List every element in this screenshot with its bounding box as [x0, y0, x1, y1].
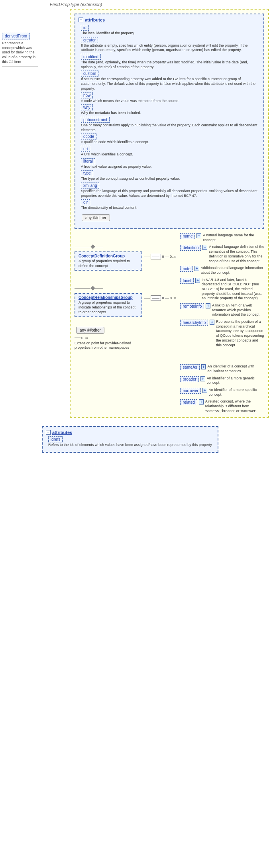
field-name-why: why [81, 104, 93, 110]
field-desc-creator: If the attribute is empty, specifies whi… [81, 43, 258, 53]
remoteinfo-plus-icon[interactable]: + [206, 303, 210, 308]
field-desc-id: The local identifier of the property. [81, 31, 258, 36]
field-desc-qcode: A qualified code which identifies a conc… [81, 140, 258, 145]
middle-section: ConceptDefinitionGroup A group of proper… [75, 233, 264, 413]
field-name-literal: literal [81, 158, 95, 164]
def-connector-row: —— 0..∞ [144, 254, 176, 259]
element-sameas-desc: An identifier of a concept with equivale… [207, 364, 264, 373]
line-right2 [95, 288, 103, 289]
expand-icon[interactable]: − [79, 18, 83, 22]
right-elements-col: name + A natural language name for the c… [180, 233, 264, 413]
concept-rel-group-box: ConceptRelationshipsGroup A group of pro… [75, 293, 142, 317]
def-line [144, 257, 150, 257]
field-name-uri: uri [81, 146, 90, 152]
diamond-connector2 [75, 287, 103, 290]
any-other-mult-label: 0..∞ [81, 336, 88, 340]
concept-def-group-row: ConceptDefinitionGroup A group of proper… [75, 251, 176, 271]
field-creator: creator If the attribute is empty, speci… [81, 37, 258, 53]
element-narrower-desc: An identifier of a more specific concept… [209, 388, 264, 397]
field-qcode: qcode A qualified code which identifies … [81, 134, 258, 145]
field-name-custom: custom [81, 71, 98, 77]
concept-rel-group-label: ConceptRelationshipsGroup [79, 295, 138, 300]
element-hierarchyinfo-row: hierarchyInfo + Represents the position … [180, 320, 264, 348]
def-line2 [165, 257, 169, 257]
field-desc-pubconstraint: One or many constraints apply to publish… [81, 123, 258, 132]
element-remoteinfo-label: remoteInfo [180, 303, 204, 309]
element-broader-label: broader [180, 376, 198, 382]
field-xmllang: xmllang Specifies the language of this p… [81, 183, 258, 198]
element-narrower-row: narrower + An identifier of a more speci… [180, 388, 264, 397]
element-remoteinfo-row: remoteInfo + A link to an item or a web … [180, 303, 264, 317]
element-facet-row: facet + In NAR 1.8 and later, facet is d… [180, 278, 264, 301]
bottom-field-name-idrefs: idrefs [48, 436, 63, 442]
broader-plus-icon[interactable]: + [200, 376, 205, 381]
bottom-field-desc-idrefs: Refers to the ids of elements which valu… [48, 443, 212, 448]
related-plus-icon[interactable]: + [199, 399, 204, 405]
derived-from-connector [2, 67, 38, 67]
rel-multiplicity: 0..∞ [170, 296, 176, 300]
bottom-field-idrefs: idrefs Refers to the ids of elements whi… [48, 436, 212, 448]
field-why: why Why the metadata has been included. [81, 104, 258, 116]
field-dir: dir The directionality of textual conten… [81, 199, 258, 210]
field-literal: literal A free-text value assigned as pr… [81, 158, 258, 169]
field-name-qcode: qcode [81, 134, 96, 139]
bottom-section: − attributes idrefs Refers to the ids of… [42, 426, 271, 453]
bottom-attr-header: − attributes [46, 430, 214, 435]
diamond-icon [90, 244, 95, 249]
diamond-icon2 [90, 286, 95, 291]
field-name-xmllang: xmllang [81, 183, 99, 189]
field-name-type: type [81, 170, 93, 176]
attr-list: id The local identifier of the property.… [79, 25, 260, 223]
any-other-top: any ##other [80, 213, 259, 223]
element-name-desc: A natural language name for the concept. [203, 233, 264, 242]
field-desc-custom: If set to true the corresponding propert… [81, 77, 258, 91]
element-narrower-label: narrower [180, 388, 200, 394]
def-circle [162, 255, 164, 258]
element-facet-desc: In NAR 1.8 and later, facet is deprecate… [202, 278, 264, 301]
bottom-expand-icon[interactable]: − [46, 430, 51, 435]
diamond-connector [75, 245, 103, 248]
line-right [95, 247, 103, 247]
narrower-plus-icon[interactable]: + [202, 388, 207, 393]
any-other-label: any ##other [82, 214, 110, 221]
note-plus-icon[interactable]: + [194, 266, 199, 271]
element-broader-desc: An identifier of a more generic concept. [207, 376, 264, 385]
field-how: how A code which means the value was ext… [81, 92, 258, 104]
concept-rel-group-row: ConceptRelationshipsGroup A group of pro… [75, 293, 176, 317]
name-plus-icon[interactable]: + [196, 233, 201, 238]
element-sameas-label: sameAs [180, 364, 199, 370]
sameas-plus-icon[interactable]: + [201, 364, 206, 369]
field-desc-modified: The date (and, optionally, the time) whe… [81, 60, 258, 69]
field-desc-how: A code which means the value was extract… [81, 99, 258, 104]
element-definition-label: definition [180, 245, 201, 251]
field-modified: modified The date (and, optionally, the … [81, 54, 258, 69]
element-note-label: note [180, 266, 192, 272]
concept-rel-group-desc: A group of properties required to indica… [79, 300, 138, 314]
left-middle: ConceptDefinitionGroup A group of proper… [75, 233, 176, 350]
facet-plus-icon[interactable]: + [195, 278, 200, 283]
concept-rel-multiplicity: —— 0..∞ [144, 293, 176, 301]
element-remoteinfo-desc: A link to an item or a web resource whic… [212, 303, 264, 317]
hierarchyinfo-plus-icon[interactable]: + [210, 320, 214, 325]
field-name-creator: creator [81, 37, 98, 43]
page-title: Flex1PropType (extension) [50, 2, 271, 7]
element-hierarchyinfo-label: hierarchyInfo [180, 320, 208, 326]
field-name-pubconstraint: pubconstraint [81, 117, 110, 123]
element-related-desc: A related concept, where the relationshi… [205, 399, 264, 413]
element-note-desc: Additional natural language information … [201, 266, 264, 275]
field-type: type The type of the concept assigned as… [81, 170, 258, 181]
any-other-bottom-label: any ##other [76, 327, 104, 334]
bottom-attr-box: − attributes idrefs Refers to the ids of… [42, 426, 218, 453]
element-related-row: related + A related concept, where the r… [180, 399, 264, 413]
element-name-label: name [180, 233, 195, 239]
bottom-attr-label: attributes [52, 430, 72, 435]
field-name-id: id [81, 25, 89, 31]
spacer1 [180, 350, 264, 362]
definition-plus-icon[interactable]: + [202, 245, 207, 250]
attr-header-label: attributes [85, 18, 105, 22]
any-other-bottom-section: any ##other 0..∞ Extension point for pro… [75, 325, 134, 350]
rel-connector-row: —— 0..∞ [144, 295, 176, 301]
any-other-mult: 0..∞ [75, 336, 88, 340]
element-definition-desc: A natural language definition of the sem… [209, 245, 264, 263]
field-name-dir: dir [81, 199, 90, 205]
